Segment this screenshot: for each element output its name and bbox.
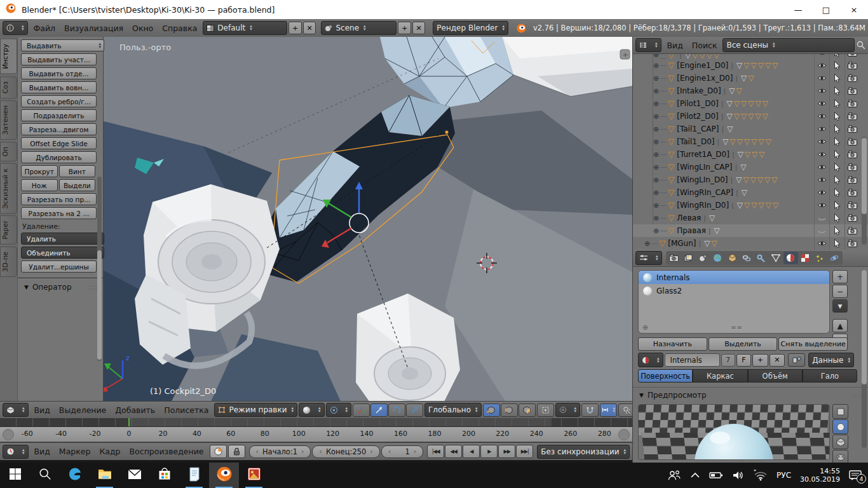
outliner-menu-item[interactable]: Поиск — [688, 41, 722, 50]
selectable-cursor-icon[interactable] — [829, 59, 844, 72]
timeline-ruler[interactable]: -60-40-200204060801001201401601802002202… — [0, 426, 632, 442]
selectable-cursor-icon[interactable] — [829, 85, 844, 97]
expand-icon[interactable]: ⊕ — [653, 74, 659, 83]
preview-flat-button[interactable] — [832, 404, 848, 419]
active-vertex[interactable] — [445, 131, 449, 134]
play-button[interactable]: ▶ — [480, 445, 498, 458]
renderable-camera-icon[interactable] — [844, 72, 860, 85]
timeline-track[interactable] — [0, 418, 632, 426]
tool-shelf-tab[interactable]: Оп — [0, 142, 17, 161]
selectable-cursor-icon[interactable] — [829, 212, 844, 224]
renderable-camera-icon[interactable] — [844, 186, 860, 199]
selectable-cursor-icon[interactable] — [829, 237, 844, 250]
material-specials-menu-button[interactable]: ▼ — [832, 299, 848, 313]
panel-grip-icon[interactable]: :::: — [852, 392, 862, 398]
list-resize-grip[interactable]: == — [731, 324, 743, 331]
material-type-button[interactable]: Объём — [748, 369, 803, 383]
selectable-cursor-icon[interactable] — [829, 135, 844, 148]
editor-type-properties-button[interactable] — [635, 251, 662, 265]
screen-layout-selector[interactable]: Default — [203, 21, 287, 35]
renderable-camera-icon[interactable] — [844, 224, 860, 237]
snap-toggle-button[interactable] — [581, 403, 599, 417]
expand-icon[interactable]: ⊕ — [653, 176, 659, 184]
frame-start-field[interactable]: Начало:1 — [249, 445, 311, 458]
scene-delete-button[interactable]: ✕ — [412, 22, 426, 34]
renderable-camera-icon[interactable] — [844, 161, 860, 173]
eye-icon[interactable] — [814, 186, 829, 199]
eye-icon[interactable] — [814, 123, 829, 135]
add-slot-icon[interactable]: ⊕ — [642, 323, 648, 332]
selectable-cursor-icon[interactable] — [829, 224, 844, 237]
eye-icon[interactable] — [814, 59, 829, 72]
timeline-menu-item[interactable]: Воспроизведение — [125, 447, 208, 456]
panel-grip-icon[interactable]: :::: — [88, 284, 98, 290]
outliner-item[interactable]: ⊕▽[WingRIn_CAP]|▽ — [633, 186, 868, 199]
edge-taskbar-button[interactable] — [60, 463, 90, 488]
start-taskbar-button[interactable] — [0, 463, 30, 488]
material-action-button[interactable]: Назначить — [638, 337, 707, 351]
editor-type-outliner-button[interactable] — [635, 38, 661, 52]
tool-button[interactable]: Разрезать по пр... — [21, 193, 97, 205]
store-taskbar-button[interactable] — [149, 463, 179, 488]
manipulator-translate-button[interactable] — [370, 403, 388, 417]
material-slot-row[interactable]: Internals — [639, 271, 829, 284]
selectable-cursor-icon[interactable] — [829, 123, 844, 135]
selectable-cursor-icon[interactable] — [829, 161, 844, 173]
material-slot-row[interactable]: Glass2 — [639, 284, 829, 297]
tool-button[interactable]: Винт — [59, 165, 96, 177]
render-tab[interactable] — [667, 252, 681, 264]
material-slot-remove-button[interactable]: − — [832, 285, 848, 298]
outliner-item[interactable]: ⊕▽[Tail1_D0]|▽▽▽▽▽▽▽ — [633, 135, 868, 148]
pivot-selector[interactable] — [326, 403, 352, 417]
info-menu-item[interactable]: Файл — [29, 24, 60, 33]
prev-keyframe-button[interactable]: ◀◀ — [445, 445, 462, 458]
browse-material-button[interactable] — [638, 353, 663, 367]
proportional-edit-selector[interactable] — [555, 403, 581, 417]
notepad-taskbar-button[interactable] — [179, 463, 209, 488]
preview-sphere-button[interactable] — [832, 419, 848, 434]
selectable-cursor-icon[interactable] — [829, 186, 844, 199]
edge-select-button[interactable] — [501, 403, 518, 417]
material-action-button[interactable]: Снять выделение — [778, 337, 848, 351]
material-action-button[interactable]: Выделить — [709, 337, 778, 351]
outliner-item[interactable]: ⊕▽[MGun]|▽▽ — [633, 237, 868, 250]
tool-button[interactable]: Дублировать — [21, 151, 97, 163]
renderable-camera-icon[interactable] — [844, 148, 860, 161]
expand-icon[interactable]: ⊕ — [644, 240, 650, 248]
tool-shelf-scrollbar[interactable] — [97, 177, 102, 361]
viewport-3d[interactable]: y z Польз.-орто (1) Cockpit2_D0 + Инстру… — [0, 37, 632, 418]
face-select-button[interactable] — [519, 403, 536, 417]
maximize-button[interactable]: □ — [812, 0, 840, 19]
search-taskbar-button[interactable] — [30, 463, 60, 488]
expand-icon[interactable]: ⊕ — [653, 87, 659, 95]
modifiers-tab[interactable] — [754, 252, 769, 264]
tool-shelf-tab[interactable]: Затенен — [0, 100, 17, 140]
render-layers-tab[interactable] — [681, 252, 696, 264]
outliner-item[interactable]: ⊕▽[Engine1x_D0]|▽▽ — [633, 72, 868, 85]
material-unlink-button[interactable]: ✕ — [770, 354, 785, 367]
collapse-region-widget[interactable]: + — [620, 50, 630, 59]
tool-button[interactable]: Нож — [21, 179, 58, 191]
current-frame-marker[interactable] — [128, 418, 130, 426]
expand-icon[interactable]: ⊕ — [653, 189, 659, 197]
limit-selection-visible-button[interactable] — [537, 403, 554, 417]
renderable-camera-icon[interactable] — [844, 199, 860, 212]
outliner-item[interactable]: ⊕▽[Tail1_CAP]|▽ — [633, 123, 868, 135]
snap-element-button[interactable] — [600, 403, 617, 417]
wifi-icon[interactable]: * — [754, 470, 768, 481]
scene-tab[interactable] — [696, 252, 710, 264]
tool-button[interactable]: Выдавить — [21, 39, 104, 51]
play-reverse-button[interactable]: ◀ — [463, 445, 480, 458]
tool-button[interactable]: Выдавить вовн... — [21, 81, 97, 93]
selectable-cursor-icon[interactable] — [829, 148, 844, 161]
viewport-menu-item[interactable]: Полисетка — [159, 405, 213, 415]
close-button[interactable]: × — [840, 0, 868, 19]
eye-icon[interactable] — [814, 173, 829, 186]
tool-button[interactable]: Объединить — [21, 247, 104, 259]
material-type-button[interactable]: Гало — [803, 369, 857, 383]
info-menu-item[interactable]: Визуализация — [60, 24, 128, 33]
renderable-camera-icon[interactable] — [844, 54, 860, 59]
renderable-camera-icon[interactable] — [844, 85, 860, 97]
renderable-camera-icon[interactable] — [844, 135, 860, 148]
selectable-cursor-icon[interactable] — [829, 173, 844, 186]
